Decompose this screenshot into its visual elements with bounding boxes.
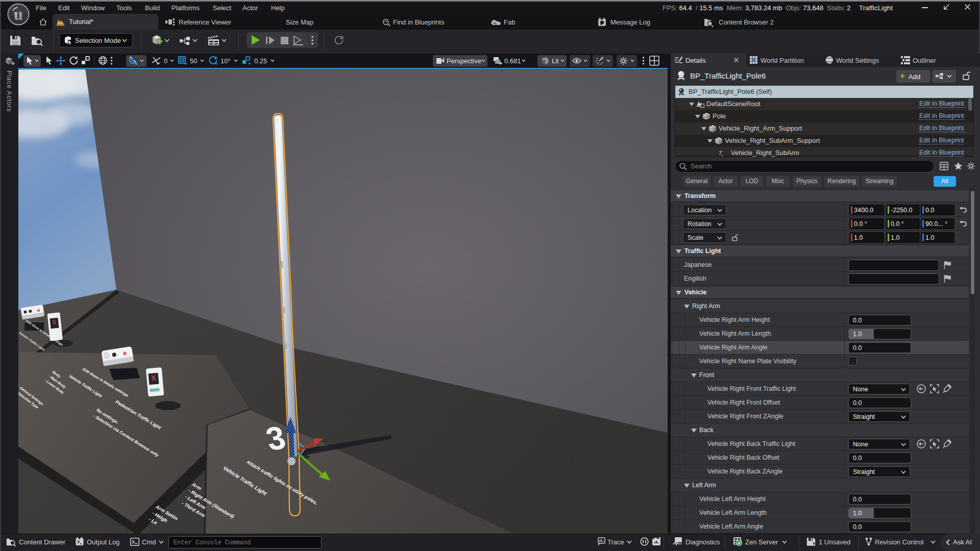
svg-text:T: T	[719, 149, 722, 156]
